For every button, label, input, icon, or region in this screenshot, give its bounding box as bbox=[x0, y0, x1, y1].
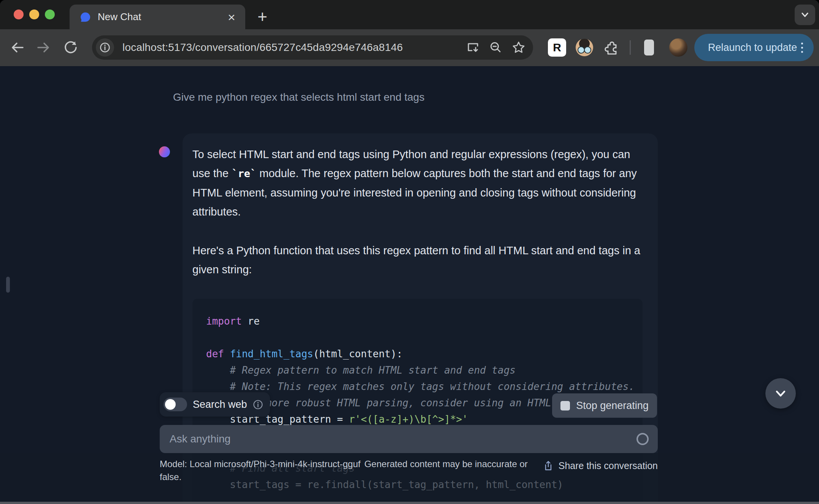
forward-button[interactable] bbox=[35, 39, 52, 56]
forward-arrow-icon bbox=[35, 39, 52, 56]
toolbar-divider bbox=[630, 40, 631, 55]
share-conversation-button[interactable]: Share this conversation bbox=[543, 460, 658, 471]
star-icon bbox=[511, 40, 526, 55]
url-text[interactable]: localhost:5173/conversation/665727c45da9… bbox=[122, 41, 465, 54]
fullscreen-window-button[interactable] bbox=[45, 10, 55, 19]
url-bar[interactable]: localhost:5173/conversation/665727c45da9… bbox=[92, 35, 533, 60]
zoom-page-button[interactable] bbox=[487, 39, 504, 56]
tab-close-icon[interactable]: × bbox=[224, 10, 239, 25]
sidebar-drag-handle[interactable] bbox=[6, 277, 10, 293]
message-input-bar[interactable] bbox=[160, 425, 658, 453]
model-info: Model: Local microsoft/Phi-3-mini-4k-ins… bbox=[160, 458, 543, 483]
install-app-button[interactable] bbox=[465, 39, 481, 56]
browser-window: New Chat × + bbox=[0, 0, 819, 504]
close-window-button[interactable] bbox=[14, 10, 24, 19]
tab-list-dropdown-button[interactable] bbox=[795, 5, 815, 25]
stop-square-icon bbox=[560, 401, 570, 410]
reload-icon bbox=[62, 39, 79, 56]
extensions-menu-button[interactable] bbox=[602, 38, 621, 57]
loading-spinner-icon bbox=[636, 433, 649, 445]
browser-tab[interactable]: New Chat × bbox=[70, 5, 245, 29]
search-web-label: Search web bbox=[193, 399, 247, 410]
page-footer: Model: Local microsoft/Phi-3-mini-4k-ins… bbox=[160, 458, 658, 483]
chevron-down-icon bbox=[799, 9, 811, 21]
site-info-button[interactable] bbox=[96, 38, 114, 57]
chevron-down-icon bbox=[772, 385, 789, 402]
profile-avatar[interactable] bbox=[669, 38, 687, 57]
assistant-paragraph-1: To select HTML start and end tags using … bbox=[192, 145, 643, 221]
install-icon bbox=[466, 41, 480, 54]
tab-strip: New Chat × + bbox=[0, 0, 819, 29]
scroll-to-bottom-button[interactable] bbox=[765, 378, 796, 409]
tab-title: New Chat bbox=[98, 11, 224, 23]
model-info-text: Model: Local microsoft/Phi-3-mini-4k-ins… bbox=[160, 459, 360, 469]
info-icon[interactable] bbox=[253, 399, 263, 410]
info-icon bbox=[99, 42, 111, 53]
browser-toolbar: localhost:5173/conversation/665727c45da9… bbox=[0, 29, 819, 66]
chat-page: Give me python regex that selects html s… bbox=[0, 66, 819, 504]
side-panel-button[interactable] bbox=[644, 40, 654, 55]
back-arrow-icon bbox=[9, 39, 26, 56]
puzzle-piece-icon bbox=[603, 39, 620, 56]
magnifier-minus-icon bbox=[489, 41, 503, 54]
back-button[interactable] bbox=[9, 39, 26, 56]
user-message: Give me python regex that selects html s… bbox=[173, 91, 424, 103]
minimize-window-button[interactable] bbox=[29, 10, 39, 19]
extension-r-label: R bbox=[553, 41, 561, 54]
bookmark-button[interactable] bbox=[510, 39, 527, 56]
assistant-paragraph-2: Here's a Python function that uses this … bbox=[192, 241, 643, 279]
window-bottom-edge bbox=[0, 502, 819, 504]
browser-menu-kebab-icon[interactable] bbox=[801, 43, 803, 53]
message-input[interactable] bbox=[160, 433, 636, 445]
share-label: Share this conversation bbox=[559, 460, 658, 471]
relaunch-label: Relaunch to update bbox=[708, 42, 801, 54]
inline-code-re: `re` bbox=[232, 168, 256, 179]
stop-generating-label: Stop generating bbox=[576, 400, 649, 412]
search-web-toggle[interactable] bbox=[163, 398, 187, 411]
extension-avatar-button[interactable] bbox=[576, 39, 593, 56]
relaunch-to-update-button[interactable]: Relaunch to update bbox=[694, 34, 814, 61]
search-web-panel: Search web bbox=[160, 392, 270, 417]
new-tab-button[interactable]: + bbox=[252, 6, 273, 27]
assistant-avatar bbox=[159, 146, 170, 157]
reload-button[interactable] bbox=[62, 39, 79, 56]
share-icon bbox=[543, 460, 554, 471]
extension-r-button[interactable]: R bbox=[548, 38, 566, 57]
toggle-knob bbox=[165, 399, 176, 410]
chat-bubble-favicon-icon bbox=[79, 11, 91, 23]
stop-generating-button[interactable]: Stop generating bbox=[552, 393, 657, 418]
